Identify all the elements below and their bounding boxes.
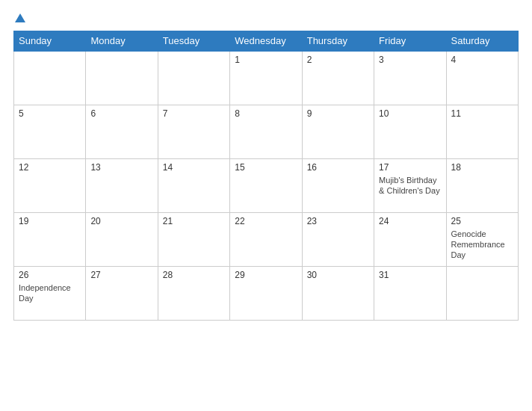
day-number: 24 <box>379 216 441 226</box>
calendar-cell: 14 <box>158 158 229 212</box>
calendar-cell: 3 <box>374 51 446 105</box>
calendar-event: Independence Day <box>19 282 81 304</box>
day-number: 6 <box>90 108 152 119</box>
calendar-cell: 22 <box>230 212 302 266</box>
weekday-header: Sunday <box>14 31 86 52</box>
calendar-cell: 25Genocide Remembrance Day <box>446 212 518 266</box>
day-number: 10 <box>379 108 441 119</box>
calendar-cell: 20 <box>86 212 158 266</box>
weekday-header: Monday <box>86 31 158 52</box>
calendar-cell: 18 <box>446 158 518 212</box>
calendar-cell: 31 <box>374 266 446 320</box>
calendar-week-row: 567891011 <box>14 105 519 158</box>
calendar-cell: 24 <box>374 212 446 266</box>
calendar-cell: 10 <box>374 105 446 158</box>
day-number: 17 <box>379 162 441 173</box>
calendar-cell: 8 <box>230 105 302 158</box>
weekday-header: Friday <box>374 31 446 52</box>
day-number: 14 <box>163 162 225 173</box>
calendar-cell: 23 <box>302 212 374 266</box>
calendar-cell: 21 <box>158 212 229 266</box>
calendar-event: Genocide Remembrance Day <box>451 229 513 261</box>
calendar-cell: 7 <box>158 105 229 158</box>
day-number: 3 <box>379 55 441 65</box>
day-number: 27 <box>90 270 152 280</box>
weekday-header: Thursday <box>302 31 374 52</box>
calendar-event: Mujib's Birthday & Children's Day <box>379 175 441 197</box>
day-number: 30 <box>307 270 369 280</box>
day-number: 21 <box>163 216 225 226</box>
calendar-cell <box>446 266 518 320</box>
weekday-header: Wednesday <box>230 31 302 52</box>
day-number: 28 <box>163 270 225 280</box>
calendar-cell: 13 <box>86 158 158 212</box>
calendar-week-row: 26Independence Day2728293031 <box>14 266 519 320</box>
calendar-page: SundayMondayTuesdayWednesdayThursdayFrid… <box>0 0 532 411</box>
day-number: 9 <box>307 108 369 119</box>
day-number: 23 <box>307 216 369 226</box>
day-number: 20 <box>90 216 152 226</box>
day-number: 8 <box>235 108 297 119</box>
day-number: 25 <box>451 216 513 226</box>
calendar-cell: 28 <box>158 266 229 320</box>
calendar-cell: 15 <box>230 158 302 212</box>
logo-triangle-icon <box>15 13 25 22</box>
day-number: 1 <box>235 55 297 65</box>
calendar-cell: 4 <box>446 51 518 105</box>
calendar-cell: 1 <box>230 51 302 105</box>
day-number: 18 <box>451 162 513 173</box>
calendar-cell <box>158 51 229 105</box>
day-number: 22 <box>235 216 297 226</box>
calendar-cell: 2 <box>302 51 374 105</box>
calendar-week-row: 121314151617Mujib's Birthday & Children'… <box>14 158 519 212</box>
weekday-header: Tuesday <box>158 31 229 52</box>
calendar-cell: 9 <box>302 105 374 158</box>
calendar-cell: 16 <box>302 158 374 212</box>
logo <box>13 13 25 23</box>
day-number: 4 <box>451 55 513 65</box>
day-number: 7 <box>163 108 225 119</box>
day-number: 19 <box>19 216 81 226</box>
header <box>13 13 519 23</box>
calendar-cell: 11 <box>446 105 518 158</box>
calendar-cell: 6 <box>86 105 158 158</box>
calendar-table: SundayMondayTuesdayWednesdayThursdayFrid… <box>13 31 519 321</box>
calendar-cell: 17Mujib's Birthday & Children's Day <box>374 158 446 212</box>
weekday-header-row: SundayMondayTuesdayWednesdayThursdayFrid… <box>14 31 519 52</box>
calendar-cell: 5 <box>14 105 86 158</box>
day-number: 29 <box>235 270 297 280</box>
calendar-cell <box>14 51 86 105</box>
calendar-cell <box>86 51 158 105</box>
calendar-cell: 30 <box>302 266 374 320</box>
weekday-header: Saturday <box>446 31 518 52</box>
calendar-cell: 19 <box>14 212 86 266</box>
calendar-week-row: 1234 <box>14 51 519 105</box>
day-number: 12 <box>19 162 81 173</box>
day-number: 31 <box>379 270 441 280</box>
day-number: 13 <box>90 162 152 173</box>
day-number: 11 <box>451 108 513 119</box>
calendar-cell: 29 <box>230 266 302 320</box>
calendar-cell: 12 <box>14 158 86 212</box>
day-number: 15 <box>235 162 297 173</box>
calendar-cell: 27 <box>86 266 158 320</box>
day-number: 5 <box>19 108 81 119</box>
calendar-week-row: 19202122232425Genocide Remembrance Day <box>14 212 519 266</box>
day-number: 2 <box>307 55 369 65</box>
calendar-cell: 26Independence Day <box>14 266 86 320</box>
day-number: 16 <box>307 162 369 173</box>
logo-blue-text <box>13 13 25 23</box>
day-number: 26 <box>19 270 81 280</box>
